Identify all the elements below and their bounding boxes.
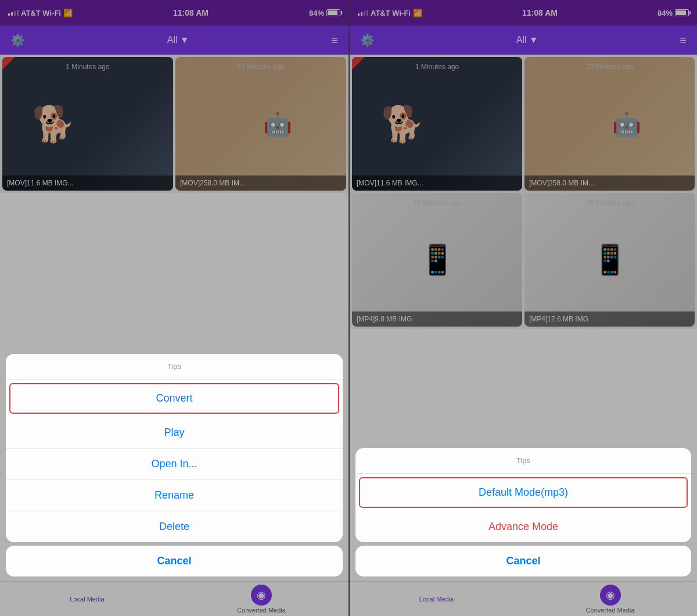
left-modal-sheet: Tips Convert Play Open In... Rename Dele… xyxy=(6,354,343,542)
default-mode-button[interactable]: Default Mode(mp3) xyxy=(359,477,688,508)
right-modal-sheet: Tips Default Mode(mp3) Advance Mode xyxy=(355,448,691,542)
left-modal-title: Tips xyxy=(6,354,343,379)
advance-mode-button[interactable]: Advance Mode xyxy=(355,511,691,542)
play-button[interactable]: Play xyxy=(6,417,343,449)
delete-button[interactable]: Delete xyxy=(6,511,343,542)
right-modal-title: Tips xyxy=(355,448,691,474)
right-screen: AT&T Wi-Fi 📶 11:08 AM 84% ⚙️ All ▼ ≡ 1 M… xyxy=(348,0,697,616)
left-cancel-button[interactable]: Cancel xyxy=(6,546,343,576)
right-modal-overlay: Tips Default Mode(mp3) Advance Mode Canc… xyxy=(350,0,697,616)
rename-button[interactable]: Rename xyxy=(6,480,343,511)
convert-button[interactable]: Convert xyxy=(9,383,339,414)
left-screen: AT&T Wi-Fi 📶 11:08 AM 84% ⚙️ All ▼ ≡ 1 M… xyxy=(0,0,348,616)
right-cancel-button[interactable]: Cancel xyxy=(355,546,691,576)
open-in-button[interactable]: Open In... xyxy=(6,449,343,480)
left-modal-overlay: Tips Convert Play Open In... Rename Dele… xyxy=(0,0,348,616)
